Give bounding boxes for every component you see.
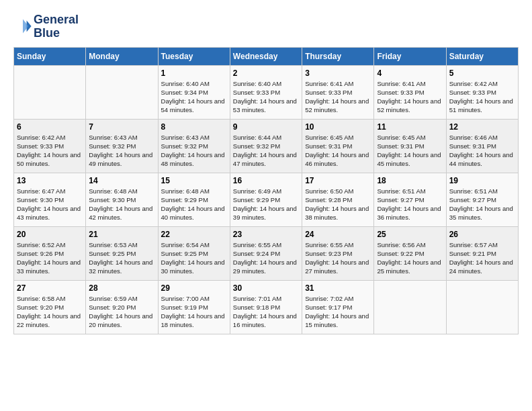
day-number: 8 — [161, 122, 227, 132]
day-number: 22 — [161, 230, 227, 239]
calendar-cell: 30Sunrise: 7:01 AMSunset: 9:18 PMDayligh… — [230, 280, 302, 334]
calendar-cell: 14Sunrise: 6:48 AMSunset: 9:30 PMDayligh… — [86, 173, 158, 226]
calendar-cell: 26Sunrise: 6:57 AMSunset: 9:21 PMDayligh… — [446, 226, 518, 280]
day-info: Sunrise: 6:54 AMSunset: 9:25 PMDaylight:… — [161, 240, 227, 276]
day-info: Sunrise: 6:45 AMSunset: 9:31 PMDaylight:… — [377, 133, 443, 169]
col-header-sunday: Sunday — [14, 47, 86, 65]
day-number: 31 — [305, 283, 371, 293]
day-info: Sunrise: 6:57 AMSunset: 9:21 PMDaylight:… — [449, 240, 515, 276]
calendar-cell: 21Sunrise: 6:53 AMSunset: 9:25 PMDayligh… — [86, 226, 158, 280]
calendar-cell: 12Sunrise: 6:46 AMSunset: 9:31 PMDayligh… — [446, 119, 518, 173]
day-number: 26 — [449, 230, 515, 239]
day-number: 17 — [305, 176, 371, 185]
logo-text: General Blue — [34, 13, 79, 40]
day-number: 25 — [377, 230, 443, 239]
calendar-week-4: 20Sunrise: 6:52 AMSunset: 9:26 PMDayligh… — [14, 226, 519, 280]
day-info: Sunrise: 7:01 AMSunset: 9:18 PMDaylight:… — [233, 294, 299, 330]
day-number: 4 — [377, 68, 443, 78]
page-header: General Blue — [13, 13, 519, 40]
calendar-cell: 19Sunrise: 6:51 AMSunset: 9:27 PMDayligh… — [446, 173, 518, 226]
calendar-cell: 29Sunrise: 7:00 AMSunset: 9:19 PMDayligh… — [158, 280, 230, 334]
calendar-cell: 2Sunrise: 6:40 AMSunset: 9:33 PMDaylight… — [230, 65, 302, 119]
calendar-cell: 24Sunrise: 6:55 AMSunset: 9:23 PMDayligh… — [302, 226, 374, 280]
day-number: 15 — [161, 176, 227, 185]
day-number: 11 — [377, 122, 443, 132]
day-info: Sunrise: 6:46 AMSunset: 9:31 PMDaylight:… — [449, 133, 515, 169]
day-number: 19 — [449, 176, 515, 185]
calendar-cell: 15Sunrise: 6:48 AMSunset: 9:29 PMDayligh… — [158, 173, 230, 226]
day-info: Sunrise: 6:51 AMSunset: 9:27 PMDaylight:… — [449, 187, 515, 222]
calendar-cell: 5Sunrise: 6:42 AMSunset: 9:33 PMDaylight… — [446, 65, 518, 119]
day-number: 7 — [89, 122, 154, 132]
calendar-cell: 17Sunrise: 6:50 AMSunset: 9:28 PMDayligh… — [302, 173, 374, 226]
calendar-cell: 7Sunrise: 6:43 AMSunset: 9:32 PMDaylight… — [86, 119, 158, 173]
day-number: 18 — [377, 176, 443, 185]
col-header-thursday: Thursday — [302, 47, 374, 65]
day-info: Sunrise: 6:55 AMSunset: 9:23 PMDaylight:… — [305, 240, 371, 276]
day-info: Sunrise: 6:45 AMSunset: 9:31 PMDaylight:… — [305, 133, 371, 169]
day-info: Sunrise: 6:59 AMSunset: 9:20 PMDaylight:… — [89, 294, 154, 330]
calendar-cell: 25Sunrise: 6:56 AMSunset: 9:22 PMDayligh… — [374, 226, 446, 280]
svg-marker-1 — [23, 19, 28, 33]
day-info: Sunrise: 6:43 AMSunset: 9:32 PMDaylight:… — [89, 133, 154, 169]
day-info: Sunrise: 6:41 AMSunset: 9:33 PMDaylight:… — [377, 79, 443, 115]
calendar-cell: 4Sunrise: 6:41 AMSunset: 9:33 PMDaylight… — [374, 65, 446, 119]
calendar-cell: 6Sunrise: 6:42 AMSunset: 9:33 PMDaylight… — [14, 119, 86, 173]
col-header-saturday: Saturday — [446, 47, 518, 65]
day-number: 20 — [17, 230, 83, 239]
col-header-monday: Monday — [86, 47, 158, 65]
calendar-table: SundayMondayTuesdayWednesdayThursdayFrid… — [13, 47, 519, 334]
day-number: 30 — [233, 283, 299, 293]
day-number: 5 — [449, 68, 515, 78]
day-number: 9 — [233, 122, 299, 132]
day-info: Sunrise: 6:43 AMSunset: 9:32 PMDaylight:… — [161, 133, 227, 169]
calendar-cell — [374, 280, 446, 334]
day-info: Sunrise: 6:55 AMSunset: 9:24 PMDaylight:… — [233, 240, 299, 276]
day-number: 12 — [449, 122, 515, 132]
day-number: 29 — [161, 283, 227, 293]
day-info: Sunrise: 6:49 AMSunset: 9:29 PMDaylight:… — [233, 187, 299, 222]
calendar-cell — [86, 65, 158, 119]
calendar-cell: 18Sunrise: 6:51 AMSunset: 9:27 PMDayligh… — [374, 173, 446, 226]
day-info: Sunrise: 6:47 AMSunset: 9:30 PMDaylight:… — [17, 187, 83, 222]
day-info: Sunrise: 6:50 AMSunset: 9:28 PMDaylight:… — [305, 187, 371, 222]
day-number: 2 — [233, 68, 299, 78]
day-number: 3 — [305, 68, 371, 78]
calendar-cell — [446, 280, 518, 334]
day-number: 16 — [233, 176, 299, 185]
calendar-cell: 11Sunrise: 6:45 AMSunset: 9:31 PMDayligh… — [374, 119, 446, 173]
day-info: Sunrise: 6:42 AMSunset: 9:33 PMDaylight:… — [17, 133, 83, 169]
day-info: Sunrise: 7:02 AMSunset: 9:17 PMDaylight:… — [305, 294, 371, 330]
day-info: Sunrise: 6:40 AMSunset: 9:34 PMDaylight:… — [161, 79, 227, 115]
calendar-cell — [14, 65, 86, 119]
day-info: Sunrise: 6:40 AMSunset: 9:33 PMDaylight:… — [233, 79, 299, 115]
calendar-week-5: 27Sunrise: 6:58 AMSunset: 9:20 PMDayligh… — [14, 280, 519, 334]
day-info: Sunrise: 6:53 AMSunset: 9:25 PMDaylight:… — [89, 240, 154, 276]
day-info: Sunrise: 6:41 AMSunset: 9:33 PMDaylight:… — [305, 79, 371, 115]
day-number: 13 — [17, 176, 83, 185]
logo: General Blue — [13, 13, 79, 40]
day-info: Sunrise: 7:00 AMSunset: 9:19 PMDaylight:… — [161, 294, 227, 330]
calendar-week-1: 1Sunrise: 6:40 AMSunset: 9:34 PMDaylight… — [14, 65, 519, 119]
calendar-week-3: 13Sunrise: 6:47 AMSunset: 9:30 PMDayligh… — [14, 173, 519, 226]
day-info: Sunrise: 6:44 AMSunset: 9:32 PMDaylight:… — [233, 133, 299, 169]
day-number: 28 — [89, 283, 154, 293]
calendar-cell: 22Sunrise: 6:54 AMSunset: 9:25 PMDayligh… — [158, 226, 230, 280]
calendar-cell: 16Sunrise: 6:49 AMSunset: 9:29 PMDayligh… — [230, 173, 302, 226]
day-info: Sunrise: 6:58 AMSunset: 9:20 PMDaylight:… — [17, 294, 83, 330]
day-info: Sunrise: 6:42 AMSunset: 9:33 PMDaylight:… — [449, 79, 515, 115]
day-info: Sunrise: 6:51 AMSunset: 9:27 PMDaylight:… — [377, 187, 443, 222]
day-info: Sunrise: 6:48 AMSunset: 9:29 PMDaylight:… — [161, 187, 227, 222]
day-info: Sunrise: 6:48 AMSunset: 9:30 PMDaylight:… — [89, 187, 154, 222]
calendar-cell: 28Sunrise: 6:59 AMSunset: 9:20 PMDayligh… — [86, 280, 158, 334]
day-number: 10 — [305, 122, 371, 132]
day-info: Sunrise: 6:52 AMSunset: 9:26 PMDaylight:… — [17, 240, 83, 276]
calendar-cell: 10Sunrise: 6:45 AMSunset: 9:31 PMDayligh… — [302, 119, 374, 173]
calendar-cell: 13Sunrise: 6:47 AMSunset: 9:30 PMDayligh… — [14, 173, 86, 226]
day-number: 1 — [161, 68, 227, 78]
calendar-cell: 8Sunrise: 6:43 AMSunset: 9:32 PMDaylight… — [158, 119, 230, 173]
calendar-cell: 20Sunrise: 6:52 AMSunset: 9:26 PMDayligh… — [14, 226, 86, 280]
day-info: Sunrise: 6:56 AMSunset: 9:22 PMDaylight:… — [377, 240, 443, 276]
col-header-friday: Friday — [374, 47, 446, 65]
day-number: 27 — [17, 283, 83, 293]
